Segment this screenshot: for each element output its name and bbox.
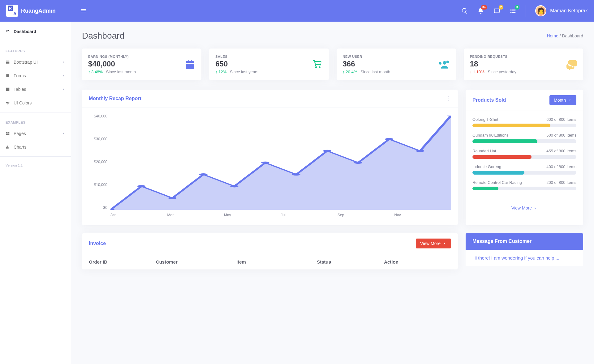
sidebar-item[interactable]: UI Colors <box>0 96 71 110</box>
invoice-view-more[interactable]: View More <box>416 239 451 248</box>
brand-logo <box>6 5 18 17</box>
stat-label: EARNINGS (MONTHLY) <box>88 55 136 58</box>
sidebar-item[interactable]: Pages <box>0 127 71 140</box>
stat-value: $40,000 <box>88 60 136 68</box>
product-name: Gundam 90'Editions <box>472 133 509 138</box>
avatar: 🧑 <box>535 5 546 16</box>
svg-point-14 <box>447 116 451 117</box>
stat-meta: Since yesterday <box>488 70 517 74</box>
cart-icon <box>312 55 323 74</box>
chart-menu-icon[interactable]: ⋮ <box>446 95 451 102</box>
products-title: Products Sold <box>472 97 506 103</box>
chevron-right-icon <box>533 206 537 210</box>
product-count: 500 of 800 Items <box>546 133 576 138</box>
stat-change: ↑ 20.4% <box>343 70 357 74</box>
svg-point-10 <box>323 150 331 152</box>
stat-value: 18 <box>470 60 516 68</box>
table-header: Item <box>236 259 317 265</box>
sidebar-item-label: Tables <box>14 87 26 92</box>
users-icon <box>439 55 450 74</box>
stat-card: NEW USER 366 ↑ 20.4% Since last month <box>337 49 456 80</box>
sidebar-item-label: Dashboard <box>14 29 36 34</box>
chevron-down-icon <box>568 98 572 102</box>
svg-point-8 <box>261 162 269 164</box>
sidebar-item-label: Bootstrap UI <box>14 60 38 65</box>
sidebar-item[interactable]: Forms <box>0 69 71 83</box>
page-title: Dashboard <box>82 31 124 41</box>
chart-title: Monthly Recap Report <box>89 96 141 101</box>
sidebar-item-label: UI Colors <box>14 100 32 105</box>
progress-bar <box>472 124 576 127</box>
product-name: Indomie Goreng <box>472 164 501 169</box>
svg-point-4 <box>137 185 145 187</box>
svg-point-12 <box>385 138 393 140</box>
table-header: Action <box>384 259 451 265</box>
sidebar-item[interactable]: Charts <box>0 140 71 154</box>
product-count: 455 of 800 Items <box>546 149 576 153</box>
svg-point-7 <box>230 185 238 187</box>
breadcrumb-home[interactable]: Home <box>547 33 558 38</box>
sidebar-heading-examples: EXAMPLES <box>0 115 71 127</box>
stat-value: 366 <box>343 60 390 68</box>
product-item: Remote Control Car Racing 200 of 800 Ite… <box>472 180 576 190</box>
chevron-right-icon <box>61 87 66 91</box>
month-dropdown[interactable]: Month <box>549 95 576 105</box>
products-view-more[interactable]: View More <box>511 205 537 210</box>
chevron-right-icon <box>61 60 66 64</box>
invoice-card: Invoice View More Order IDCustomerItemSt… <box>82 233 458 269</box>
product-name: Remote Control Car Racing <box>472 180 522 185</box>
brand[interactable]: RuangAdmin <box>6 5 71 17</box>
sidebar-toggle[interactable] <box>80 8 87 14</box>
invoice-title: Invoice <box>89 241 416 246</box>
sidebar-item[interactable]: Bootstrap UI <box>0 55 71 69</box>
alerts-icon[interactable]: 3+ <box>477 7 484 14</box>
stat-label: NEW USER <box>343 55 390 58</box>
sidebar: Dashboard FEATURES Bootstrap UI Forms Ta… <box>0 22 71 364</box>
svg-point-9 <box>292 173 300 176</box>
sidebar-item-dashboard[interactable]: Dashboard <box>0 25 71 38</box>
stat-meta: Since last years <box>230 70 258 74</box>
messages-icon[interactable]: 2 <box>493 7 500 14</box>
chevron-right-icon <box>61 131 66 136</box>
user-menu[interactable]: 🧑 Maman Ketoprak <box>535 5 588 16</box>
stat-meta: Since last month <box>106 70 136 74</box>
tasks-badge: 3 <box>515 5 520 10</box>
messages-badge: 2 <box>499 5 504 10</box>
progress-bar <box>472 139 576 143</box>
breadcrumb-current: Dashboard <box>562 33 583 38</box>
svg-point-11 <box>354 162 362 164</box>
sidebar-item-label: Forms <box>14 73 26 78</box>
svg-point-2 <box>7 103 9 104</box>
stat-change: ↓ 1.10% <box>470 70 484 74</box>
stat-label: PENDING REQUESTS <box>470 55 516 58</box>
product-name: Oblong T-Shirt <box>472 117 498 122</box>
sidebar-item[interactable]: Tables <box>0 83 71 96</box>
table-header: Status <box>317 259 384 265</box>
search-icon[interactable] <box>461 7 468 14</box>
product-count: 600 of 800 Items <box>546 117 576 122</box>
chart-card: Monthly Recap Report ⋮ $40,000$30,000$20… <box>82 90 458 225</box>
sidebar-item-label: Pages <box>14 131 26 136</box>
stat-card: PENDING REQUESTS 18 ↓ 1.10% Since yester… <box>464 49 583 80</box>
chevron-right-icon <box>61 74 66 78</box>
chart-area: $40,000$30,000$20,000$10,000$0 JanMarMay… <box>89 114 451 219</box>
alerts-badge: 3+ <box>481 5 487 10</box>
tasks-icon[interactable]: 3 <box>510 7 516 14</box>
product-count: 400 of 800 Items <box>546 164 576 169</box>
table-header: Customer <box>156 259 236 265</box>
product-name: Rounded Hat <box>472 149 496 153</box>
stat-value: 650 <box>215 60 258 68</box>
breadcrumb: Home / Dashboard <box>547 33 583 38</box>
chevron-right-icon <box>442 241 447 246</box>
sidebar-heading-features: FEATURES <box>0 44 71 55</box>
stat-meta: Since last month <box>360 70 390 74</box>
stat-label: SALES <box>215 55 258 58</box>
products-card: Products Sold Month Oblong T-Shirt 600 o… <box>466 90 583 225</box>
message-preview[interactable]: Hi there! I am wondering if you can help… <box>466 250 583 266</box>
calendar-icon <box>185 55 195 74</box>
stat-change: ↑ 3.48% <box>88 70 103 74</box>
sidebar-version: Version 1.1 <box>0 159 71 171</box>
comments-icon <box>566 55 577 74</box>
product-item: Oblong T-Shirt 600 of 800 Items <box>472 117 576 127</box>
sidebar-item-label: Charts <box>14 145 26 150</box>
